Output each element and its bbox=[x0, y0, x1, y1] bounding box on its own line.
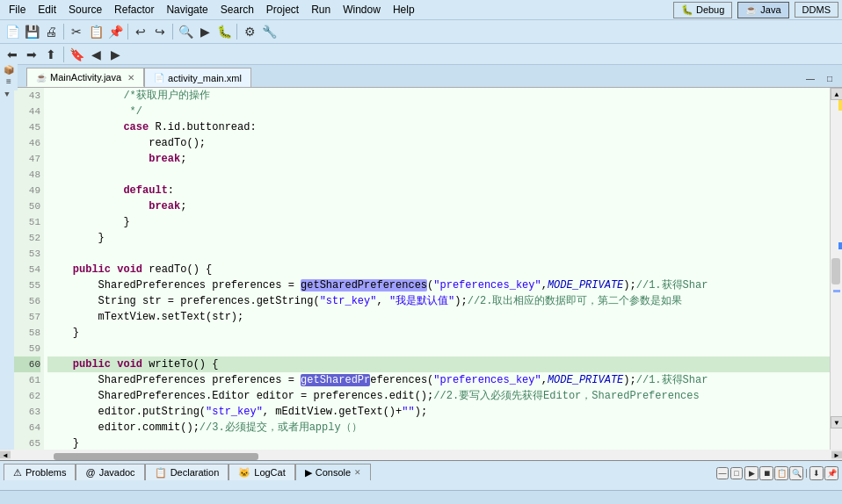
linenum-45: 45 bbox=[14, 119, 40, 135]
tab-xml-icon: 📄 bbox=[154, 73, 164, 83]
console-icon: ▶ bbox=[305, 467, 312, 479]
linenum-61: 61 bbox=[14, 372, 40, 388]
menu-refactor[interactable]: Refactor bbox=[109, 2, 159, 18]
panel-icon2[interactable]: ≡ bbox=[6, 77, 11, 87]
horizontal-scrollbar[interactable]: ◀ ▶ bbox=[0, 450, 842, 460]
java-button[interactable]: ☕ Java bbox=[737, 2, 788, 18]
debug-run-btn[interactable]: 🐛 bbox=[215, 23, 233, 40]
clean-btn[interactable]: 🔧 bbox=[260, 23, 278, 40]
menu-search[interactable]: Search bbox=[215, 2, 259, 18]
tab-controls: — □ bbox=[802, 69, 842, 87]
search-btn[interactable]: 🔍 bbox=[177, 23, 194, 40]
tab-problems[interactable]: ⚠ Problems bbox=[4, 464, 76, 480]
code-line-46: readTo(); bbox=[47, 135, 830, 151]
editor-container: ▼ 43 44 45 46 47 48 49 50 51 52 53 54 55… bbox=[0, 88, 842, 450]
linenum-55: 55 bbox=[14, 277, 40, 293]
hscroll-left-btn[interactable]: ◀ bbox=[0, 451, 11, 458]
menu-project[interactable]: Project bbox=[261, 2, 304, 18]
tab-console-close[interactable]: ✕ bbox=[354, 468, 361, 477]
linenum-43: 43 bbox=[14, 88, 40, 104]
menu-help[interactable]: Help bbox=[388, 2, 420, 18]
panel-icon1[interactable]: 📦 bbox=[4, 65, 14, 76]
vertical-scrollbar[interactable]: ▲ ▼ bbox=[830, 88, 842, 450]
ddms-label: DDMS bbox=[802, 4, 831, 15]
editor-tabbar: 📦 ≡ ☕ MainActivity.java ✕ 📄 activity_mai… bbox=[0, 65, 842, 88]
left-panel-icons: 📦 ≡ bbox=[0, 61, 18, 90]
bottom-btn4[interactable]: 🔍 bbox=[789, 466, 803, 480]
code-line-45: case R.id.buttonread: bbox=[47, 119, 830, 135]
bottom-maximize-btn[interactable]: □ bbox=[730, 467, 743, 479]
paste-btn[interactable]: 📌 bbox=[106, 23, 124, 40]
prev-bookmark-btn[interactable]: ◀ bbox=[87, 46, 105, 63]
tab-javadoc[interactable]: @ Javadoc bbox=[76, 464, 144, 480]
code-line-57: mTextView.setText(str); bbox=[47, 309, 830, 325]
code-line-54: public void readTo() { bbox=[47, 262, 830, 277]
bottom-panel-controls: — □ ▶ ⏹ 📋 🔍 ⬇ 📌 bbox=[716, 466, 842, 480]
run-btn[interactable]: ▶ bbox=[196, 23, 214, 40]
minimize-editor-btn[interactable]: — bbox=[802, 69, 819, 87]
tab-mainactivity-label: MainActivity.java bbox=[50, 72, 121, 83]
code-line-65: } bbox=[47, 436, 830, 450]
bottom-minimize-btn[interactable]: — bbox=[716, 467, 729, 479]
tab-mainactivity-close[interactable]: ✕ bbox=[127, 73, 134, 83]
back-btn[interactable]: ⬅ bbox=[4, 46, 21, 63]
linenum-62: 62 bbox=[14, 388, 40, 404]
tab-declaration-label: Declaration bbox=[171, 467, 220, 478]
linenum-58: 58 bbox=[14, 325, 40, 341]
menu-run[interactable]: Run bbox=[306, 2, 336, 18]
linenum-59: 59 bbox=[14, 341, 40, 356]
hscroll-thumb[interactable] bbox=[54, 453, 259, 460]
bottom-btn3[interactable]: 📋 bbox=[774, 466, 788, 480]
tab-declaration[interactable]: 📋 Declaration bbox=[145, 464, 229, 480]
linenum-60: 60 bbox=[14, 356, 40, 372]
scroll-marker-blue2 bbox=[838, 242, 842, 249]
code-line-48 bbox=[47, 167, 830, 183]
forward-btn[interactable]: ➡ bbox=[23, 46, 40, 63]
build-btn[interactable]: ⚙ bbox=[241, 23, 258, 40]
print-btn[interactable]: 🖨 bbox=[42, 23, 60, 40]
tab-activity-xml[interactable]: 📄 activity_main.xml bbox=[144, 68, 251, 87]
save-btn[interactable]: 💾 bbox=[23, 23, 40, 40]
ddms-button[interactable]: DDMS bbox=[795, 2, 838, 18]
tab-mainactivity[interactable]: ☕ MainActivity.java ✕ bbox=[26, 68, 144, 87]
bottom-btn2[interactable]: ⏹ bbox=[759, 466, 773, 480]
menubar: File Edit Source Refactor Navigate Searc… bbox=[0, 0, 842, 19]
toolbar-row2: ⬅ ➡ ⬆ 🔖 ◀ ▶ bbox=[0, 44, 842, 65]
undo-btn[interactable]: ↩ bbox=[132, 23, 149, 40]
code-area[interactable]: /*获取用户的操作 */ case R.id.buttonread: readT… bbox=[44, 88, 830, 450]
tab-logcat[interactable]: 🐱 LogCat bbox=[229, 464, 294, 480]
new-btn[interactable]: 📄 bbox=[4, 23, 21, 40]
linenum-47: 47 bbox=[14, 151, 40, 167]
redo-btn[interactable]: ↪ bbox=[151, 23, 169, 40]
scroll-thumb[interactable] bbox=[831, 258, 840, 284]
linenum-48: 48 bbox=[14, 167, 40, 183]
debug-button[interactable]: 🐛 Debug bbox=[673, 2, 732, 18]
tab-console[interactable]: ▶ Console ✕ bbox=[295, 464, 371, 480]
menu-source[interactable]: Source bbox=[63, 2, 107, 18]
scroll-track[interactable] bbox=[831, 100, 842, 416]
linenum-63: 63 bbox=[14, 404, 40, 420]
menu-window[interactable]: Window bbox=[338, 2, 386, 18]
bottom-btn5[interactable]: ⬇ bbox=[809, 466, 824, 480]
scroll-down-btn[interactable]: ▼ bbox=[831, 416, 842, 428]
scroll-up-btn[interactable]: ▲ bbox=[831, 88, 842, 100]
linenum-54: 54 bbox=[14, 262, 40, 277]
linenum-56: 56 bbox=[14, 293, 40, 309]
hscroll-right-btn[interactable]: ▶ bbox=[831, 451, 842, 458]
copy-btn[interactable]: 📋 bbox=[87, 23, 105, 40]
menu-edit[interactable]: Edit bbox=[33, 2, 62, 18]
hscroll-track[interactable] bbox=[11, 450, 831, 460]
maximize-editor-btn[interactable]: □ bbox=[821, 69, 838, 87]
bottom-btn6[interactable]: 📌 bbox=[824, 466, 838, 480]
next-bookmark-btn[interactable]: ▶ bbox=[106, 46, 124, 63]
bottom-btn1[interactable]: ▶ bbox=[744, 466, 759, 480]
cut-btn[interactable]: ✂ bbox=[68, 23, 85, 40]
java-label: Java bbox=[760, 4, 780, 15]
bookmark-btn[interactable]: 🔖 bbox=[68, 46, 85, 63]
menu-navigate[interactable]: Navigate bbox=[161, 2, 213, 18]
linenum-64: 64 bbox=[14, 420, 40, 436]
separator1 bbox=[63, 24, 64, 40]
up-btn[interactable]: ⬆ bbox=[42, 46, 60, 63]
menu-file[interactable]: File bbox=[4, 2, 31, 18]
tab-problems-label: Problems bbox=[25, 467, 66, 478]
